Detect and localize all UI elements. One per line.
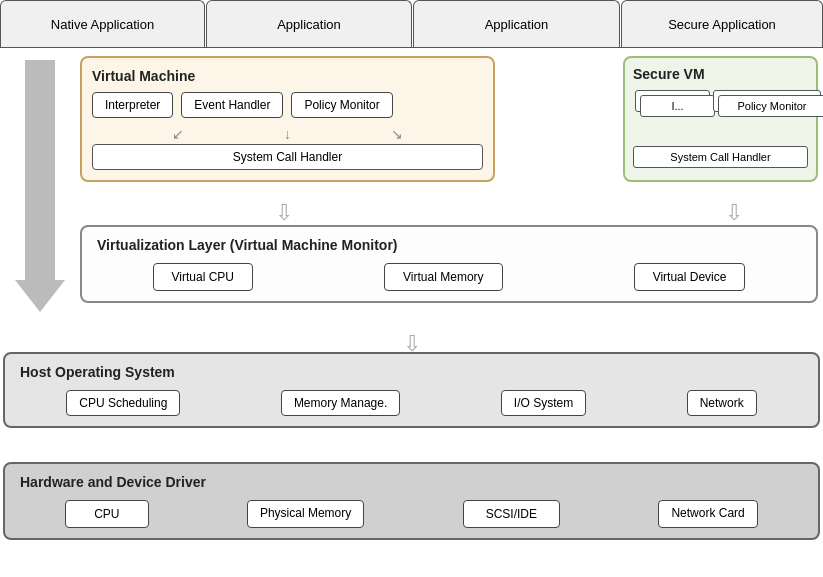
virtual-device-box: Virtual Device — [634, 263, 746, 291]
io-system-box: I/O System — [501, 390, 586, 416]
host-os-box: Host Operating System CPU Scheduling Mem… — [3, 352, 820, 428]
event-handler-box: Event Handler — [181, 92, 283, 118]
vm-arrow-1: ↙ — [172, 126, 184, 142]
host-os-title: Host Operating System — [20, 364, 803, 380]
system-call-handler-box: System Call Handler — [92, 144, 483, 170]
virt-components-row: Virtual CPU Virtual Memory Virtual Devic… — [97, 263, 801, 291]
cpu-hw-box: CPU — [65, 500, 148, 528]
top-apps-row: Native Application Application Applicati… — [0, 0, 823, 48]
diagram: Native Application Application Applicati… — [0, 0, 823, 577]
vm-arrow-2: ↓ — [284, 126, 291, 142]
secure-vm-stacked: I... I... Ev... Policy Monitor System Ca… — [633, 90, 808, 168]
native-application-box: Native Application — [0, 0, 205, 47]
network-card-box: Network Card — [658, 500, 757, 528]
vm-arrow-3: ↘ — [391, 126, 403, 142]
application-box-1: Application — [206, 0, 412, 47]
virtual-machine-box: Virtual Machine Interpreter Event Handle… — [80, 56, 495, 182]
arrow-point — [15, 280, 65, 312]
secure-system-call: System Call Handler — [633, 146, 808, 168]
interpreter-box: Interpreter — [92, 92, 173, 118]
secure-interpreter-mid: I... — [640, 95, 715, 117]
network-box: Network — [687, 390, 757, 416]
secure-vm-box: Secure VM I... I... Ev... Policy Monitor… — [623, 56, 818, 182]
big-left-arrow — [10, 60, 70, 312]
app2-label: Application — [485, 17, 549, 32]
arrow-shaft — [25, 60, 55, 280]
hardware-title: Hardware and Device Driver — [20, 474, 803, 490]
secure-vm-title: Secure VM — [633, 66, 808, 82]
vm-to-virt-arrow: ⇩ — [275, 202, 293, 224]
hardware-box: Hardware and Device Driver CPU Physical … — [3, 462, 820, 540]
host-components-row: CPU Scheduling Memory Manage. I/O System… — [20, 390, 803, 416]
virtual-memory-box: Virtual Memory — [384, 263, 502, 291]
app1-label: Application — [277, 17, 341, 32]
secure-app-label: Secure Application — [668, 17, 776, 32]
virt-layer-box: Virtualization Layer (Virtual Machine Mo… — [80, 225, 818, 303]
cpu-scheduling-box: CPU Scheduling — [66, 390, 180, 416]
scsi-ide-box: SCSI/IDE — [463, 500, 560, 528]
application-box-2: Application — [413, 0, 620, 47]
physical-memory-box: Physical Memory — [247, 500, 364, 528]
vm-arrows: ↙ ↓ ↘ — [92, 126, 483, 142]
policy-monitor-box: Policy Monitor — [291, 92, 392, 118]
policy-monitor-secure: Policy Monitor — [718, 95, 823, 117]
vm-title: Virtual Machine — [92, 68, 483, 84]
memory-manage-box: Memory Manage. — [281, 390, 400, 416]
hw-components-row: CPU Physical Memory SCSI/IDE Network Car… — [20, 500, 803, 528]
vm-components-row: Interpreter Event Handler Policy Monitor — [92, 92, 483, 118]
native-app-label: Native Application — [51, 17, 154, 32]
virtual-cpu-box: Virtual CPU — [153, 263, 253, 291]
secure-vm-to-virt-arrow: ⇩ — [725, 202, 743, 224]
secure-application-box: Secure Application — [621, 0, 823, 47]
virt-layer-title: Virtualization Layer (Virtual Machine Mo… — [97, 237, 801, 253]
